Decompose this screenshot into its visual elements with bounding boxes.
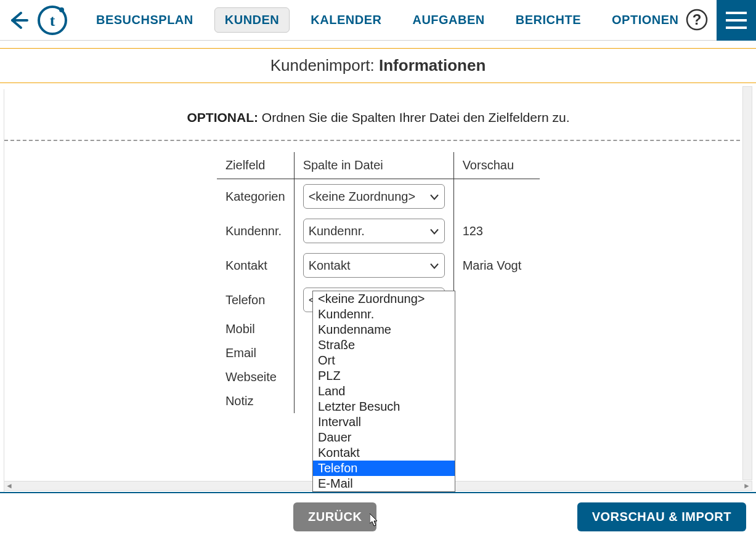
- field-select-cell: Kundennr.: [294, 214, 453, 248]
- nav-besuchsplan[interactable]: BESUCHSPLAN: [86, 8, 203, 32]
- field-label: Notiz: [217, 389, 294, 413]
- subheader-title: Informationen: [379, 56, 486, 75]
- dropdown-option[interactable]: Dauer: [313, 430, 455, 445]
- nav-kalender[interactable]: KALENDER: [301, 8, 391, 32]
- optional-text: Ordnen Sie die Spalten Ihrer Datei den Z…: [258, 110, 569, 124]
- nav-optionen[interactable]: OPTIONEN: [602, 8, 688, 32]
- preview-cell: [453, 365, 540, 389]
- col-header-spalte: Spalte in Datei: [294, 152, 453, 179]
- dropdown-option[interactable]: Kontakt: [313, 445, 455, 461]
- dropdown-option[interactable]: Letzter Besuch: [313, 399, 455, 414]
- dropdown-option[interactable]: PLZ: [313, 368, 455, 384]
- page-subheader: Kundenimport: Informationen: [0, 48, 756, 83]
- dropdown-option[interactable]: Land: [313, 384, 455, 399]
- topbar: t BESUCHSPLAN KUNDEN KALENDER AUFGABEN B…: [0, 0, 756, 41]
- column-select[interactable]: Kundennr.: [303, 219, 445, 243]
- field-label: Kundennr.: [217, 214, 294, 248]
- svg-text:t: t: [50, 12, 55, 30]
- svg-rect-6: [726, 12, 747, 14]
- svg-text:?: ?: [693, 11, 702, 28]
- preview-cell: [453, 283, 540, 317]
- nav-aufgaben[interactable]: AUFGABEN: [402, 8, 494, 32]
- instruction-line: OPTIONAL: Ordnen Sie die Spalten Ihrer D…: [4, 110, 752, 125]
- back-step-button[interactable]: ZURÜCK: [293, 502, 376, 531]
- col-header-vorschau: Vorschau: [453, 152, 540, 179]
- table-row: Kundennr.Kundennr.123: [217, 214, 540, 248]
- dropdown-option[interactable]: Telefon: [313, 461, 455, 476]
- preview-cell: [453, 179, 540, 214]
- table-row: Kategorien<keine Zuordnung>: [217, 179, 540, 214]
- field-label: Mobil: [217, 317, 294, 341]
- preview-cell: 123: [453, 214, 540, 248]
- table-row: KontaktKontaktMaria Vogt: [217, 248, 540, 283]
- preview-cell: [453, 389, 540, 413]
- dropdown-option[interactable]: Ort: [313, 353, 455, 368]
- preview-cell: [453, 317, 540, 341]
- svg-point-2: [59, 7, 64, 12]
- field-select-cell: <keine Zuordnung>: [294, 179, 453, 214]
- app-logo: t: [37, 5, 68, 36]
- dropdown-option[interactable]: <keine Zuordnung>: [313, 291, 455, 307]
- dropdown-option[interactable]: Kundenname: [313, 322, 455, 337]
- hamburger-icon: [726, 12, 747, 29]
- nav-berichte[interactable]: BERICHTE: [506, 8, 591, 32]
- preview-cell: [453, 341, 540, 365]
- column-select[interactable]: Kontakt: [303, 253, 445, 278]
- col-header-zielfeld: Zielfeld: [217, 152, 294, 179]
- scroll-left-icon: ◄: [4, 482, 14, 490]
- back-button[interactable]: [6, 8, 31, 33]
- subheader-prefix: Kundenimport:: [270, 56, 379, 75]
- field-label: Email: [217, 341, 294, 365]
- preview-cell: Maria Vogt: [453, 248, 540, 283]
- divider-dashed: [4, 140, 752, 141]
- arrow-left-icon: [7, 9, 30, 31]
- column-select[interactable]: <keine Zuordnung>: [303, 184, 445, 209]
- svg-rect-7: [726, 19, 747, 22]
- optional-label: OPTIONAL:: [187, 110, 259, 124]
- vertical-scrollbar[interactable]: [742, 86, 752, 480]
- dropdown-option[interactable]: E-Mail: [313, 476, 455, 491]
- menu-button[interactable]: [717, 0, 756, 41]
- preview-import-button[interactable]: VORSCHAU & IMPORT: [577, 502, 746, 531]
- dropdown-option[interactable]: Intervall: [313, 414, 455, 430]
- nav-kunden[interactable]: KUNDEN: [214, 7, 290, 33]
- main-nav: BESUCHSPLAN KUNDEN KALENDER AUFGABEN BER…: [86, 7, 688, 33]
- content-area: OPTIONAL: Ordnen Sie die Spalten Ihrer D…: [4, 89, 752, 496]
- help-button[interactable]: ?: [686, 9, 708, 31]
- field-label: Kategorien: [217, 179, 294, 214]
- field-label: Kontakt: [217, 248, 294, 283]
- field-label: Telefon: [217, 283, 294, 317]
- footer-bar: ZURÜCK VORSCHAU & IMPORT: [0, 492, 756, 540]
- dropdown-option[interactable]: Kundennr.: [313, 307, 455, 322]
- help-icon: ?: [686, 9, 708, 31]
- dropdown-option[interactable]: Straße: [313, 337, 455, 353]
- dropdown-listbox[interactable]: <keine Zuordnung>Kundennr.KundennameStra…: [312, 291, 455, 492]
- scroll-right-icon: ►: [742, 482, 752, 490]
- svg-rect-8: [726, 26, 747, 29]
- field-label: Webseite: [217, 365, 294, 389]
- field-select-cell: Kontakt: [294, 248, 453, 283]
